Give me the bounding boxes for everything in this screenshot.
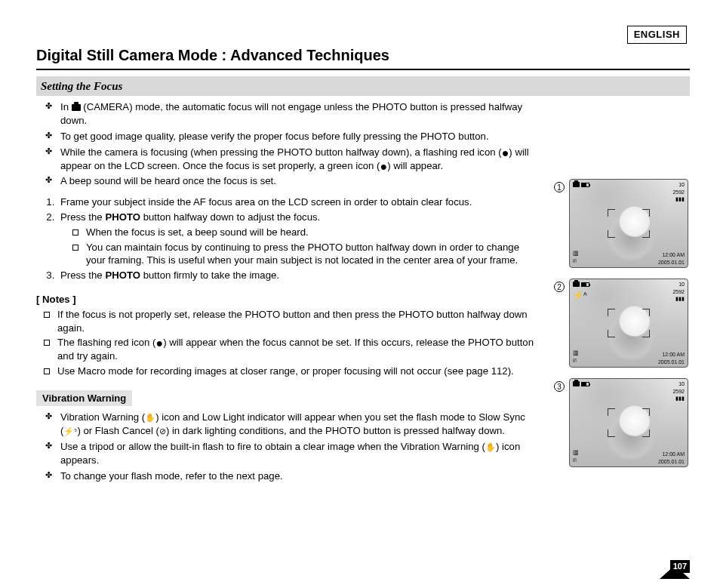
battery-icon — [581, 183, 589, 187]
camera-icon — [573, 182, 580, 187]
notes-heading: [ Notes ] — [36, 293, 537, 306]
substep-item: When the focus is set, a beep sound will… — [72, 226, 537, 239]
bullet-text: To get good image quality, please verify… — [44, 130, 537, 143]
lcd-screenshot: 102592▮▮▮ ▥⎚ 12:00 AM2005.01.01 — [569, 179, 688, 268]
storage-icon: ▥⎚ — [573, 449, 579, 466]
body-text: In (CAMERA) mode, the automatic focus wi… — [36, 96, 540, 485]
bullet-text: A beep sound will be heard once the focu… — [44, 174, 537, 188]
intro-bullets: In (CAMERA) mode, the automatic focus wi… — [36, 100, 537, 188]
step-sublist: When the focus is set, a beep sound will… — [60, 226, 537, 267]
steps-list: Frame your subject inside the AF focus a… — [36, 195, 537, 282]
step-text: button halfway down to adjust the focus. — [140, 211, 320, 223]
note-item: The flashing red icon (●) will appear wh… — [44, 336, 537, 363]
date-label: 2005.01.01 — [658, 459, 685, 464]
vib-text: ) in dark lighting conditions, and the P… — [166, 425, 505, 436]
storage-icon: ▥⎚ — [573, 349, 579, 366]
remaining-count: 10 — [678, 182, 685, 187]
page-title: Digital Still Camera Mode : Advanced Tec… — [36, 45, 690, 70]
step-text: Press the — [60, 211, 105, 223]
lcd-screenshot: 102592▮▮▮ ▥⎚ 12:00 AM2005.01.01 — [569, 378, 688, 467]
photo-label: PHOTO — [105, 211, 140, 223]
date-label: 2005.01.01 — [658, 359, 685, 365]
focus-dot-icon: ● — [380, 160, 387, 173]
hand-shake-icon: ✋ — [485, 442, 496, 451]
note-item: If the focus is not properly set, releas… — [44, 308, 537, 335]
af-bracket-icon — [608, 408, 650, 437]
bullet-text: ) will appear. — [387, 160, 443, 171]
bullet-text: While the camera is focusing (when press… — [60, 146, 502, 158]
vib-text: Vibration Warning ( — [60, 411, 145, 423]
hand-shake-icon: ✋ — [145, 413, 155, 422]
bullet-text: (CAMERA) mode, the automatic focus will … — [60, 101, 522, 126]
screenshot-number: 3 — [554, 381, 565, 392]
time-label: 12:00 AM — [662, 252, 685, 257]
vib-text: Use a tripod or allow the built-in flash… — [60, 441, 485, 452]
bullet-text: In — [60, 101, 72, 112]
vibration-bullets: Vibration Warning (✋) icon and Low Light… — [36, 411, 537, 482]
step-item: Press the PHOTO button firmly to take th… — [57, 269, 537, 282]
slow-sync-icon: ⚡ˢ — [63, 426, 77, 436]
note-text: The flashing red icon ( — [57, 337, 155, 348]
vibration-subheading: Vibration Warning — [36, 390, 132, 407]
storage-icon: ▥⎚ — [573, 250, 579, 266]
af-bracket-icon — [608, 209, 650, 238]
remaining-count: 10 — [678, 282, 685, 287]
time-label: 12:00 AM — [662, 451, 685, 457]
screenshot-number: 2 — [554, 282, 565, 292]
remaining-count: 10 — [678, 381, 685, 386]
step-text: Press the — [60, 269, 105, 281]
resolution-label: 2592 — [672, 289, 685, 294]
camera-icon — [72, 104, 81, 111]
screenshot-column: 1 102592▮▮▮ ▥⎚ 12:00 AM2005.01.01 2 ⚡ᴬ 1… — [554, 96, 690, 485]
resolution-label: 2592 — [672, 389, 685, 394]
photo-label: PHOTO — [105, 269, 140, 281]
vib-text: ) or Flash Cancel ( — [77, 425, 158, 436]
battery-icon — [581, 282, 589, 287]
date-label: 2005.01.01 — [658, 260, 685, 265]
time-label: 12:00 AM — [662, 352, 685, 357]
notes-list: If the focus is not properly set, releas… — [36, 308, 537, 378]
step-item: Frame your subject inside the AF focus a… — [57, 195, 537, 209]
screenshot-number: 1 — [554, 182, 565, 192]
flash-cancel-icon: ⊘ — [159, 426, 166, 436]
page-number: 107 — [670, 560, 690, 573]
af-bracket-icon — [608, 309, 650, 337]
substep-item: You can maintain focus by continuing to … — [72, 241, 537, 268]
resolution-label: 2592 — [672, 189, 685, 195]
language-box: ENGLISH — [627, 26, 687, 44]
step-item: Press the PHOTO button halfway down to a… — [57, 211, 537, 267]
camera-icon — [573, 282, 580, 287]
note-item: Use Macro mode for recording images at c… — [44, 365, 537, 378]
battery-icon — [581, 382, 589, 386]
vib-text: To change your flash mode, refer to the … — [44, 469, 537, 483]
step-text: button firmly to take the image. — [140, 269, 279, 281]
camera-icon — [573, 381, 580, 386]
focus-dot-icon: ● — [502, 146, 509, 159]
section-heading: Setting the Focus — [36, 76, 690, 96]
focus-dot-icon: ● — [155, 337, 163, 349]
lcd-screenshot: ⚡ᴬ 102592▮▮▮ ▥⎚ 12:00 AM2005.01.01 — [569, 279, 688, 368]
